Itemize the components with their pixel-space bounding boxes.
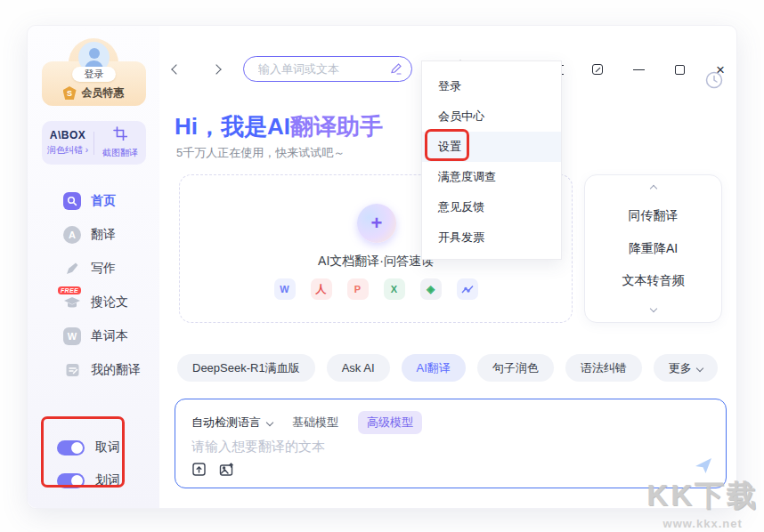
pen-icon [63,260,81,278]
attachment-actions [191,462,235,477]
greeting-highlight: 翻译助手 [290,113,383,140]
translate-icon: A [63,226,81,244]
quick-item-reduce-ai[interactable]: 降重降AI [629,241,678,257]
advanced-model-button[interactable]: 高级模型 [358,411,422,434]
chevron-down-icon[interactable] [649,305,656,312]
fullscreen-button[interactable] [587,59,608,80]
back-icon [171,64,181,74]
tab-deepseek[interactable]: DeepSeek-R1满血版 [177,354,315,382]
history-button[interactable] [704,70,724,90]
language-select[interactable]: 自动检测语言 [191,415,272,431]
aibox-polish-button[interactable]: A\BOX 润色纠错 › [42,121,93,165]
free-badge: FREE [58,286,81,294]
feature-tabs: DeepSeek-R1满血版 Ask AI AI翻译 句子润色 语法纠错 更多 [177,354,718,382]
page-subtitle: 5千万人正在使用，快来试试吧～ [176,145,345,161]
upload-image-icon[interactable] [219,462,235,477]
input-options: 自动检测语言 基础模型 高级模型 [191,411,422,434]
sidebar-item-home[interactable]: 首页 [63,189,152,213]
word-capture-toggle[interactable] [57,440,85,455]
quick-item-text-to-audio[interactable]: 文本转音频 [622,273,685,289]
aibox-polish-label: 润色纠错 › [47,144,88,157]
sidebar: 登录 S 会员特惠 A\BOX 润色纠错 › 截图翻译 [28,26,159,508]
pdf-file-icon: 人 [311,278,332,300]
aibox-logo: A\BOX [50,129,86,141]
quick-item-simultaneous[interactable]: 同传翻译 [629,208,679,224]
vip-benefits-button[interactable]: S 会员特惠 [28,85,159,101]
chevron-down-icon [696,364,703,371]
upload-file-icon[interactable] [191,462,207,477]
back-button[interactable] [167,60,186,79]
tab-more[interactable]: 更多 [654,354,718,382]
sidebar-item-label: 搜论文 [91,294,128,310]
avatar-person-icon [89,48,100,59]
screen: 登录 S 会员特惠 A\BOX 润色纠错 › 截图翻译 [0,0,764,532]
menu-item-login[interactable]: 登录 [422,71,561,101]
tab-ask-ai[interactable]: Ask AI [327,354,390,382]
minimize-button[interactable] [628,59,649,80]
vip-benefits-label: 会员特惠 [82,85,125,101]
home-icon [63,192,81,210]
word-select-toggle-row: 划词 [57,471,146,490]
login-button[interactable]: 登录 [72,67,116,82]
menu-item-member-center[interactable]: 会员中心 [422,101,561,132]
chart-file-icon [457,278,478,300]
menu-item-satisfaction-survey[interactable]: 满意度调查 [422,162,561,192]
forward-icon [211,64,221,74]
ppt-file-icon: P [347,278,369,300]
quick-search [243,56,412,82]
document-icon [63,361,81,379]
vip-shield-icon: S [63,86,77,100]
greeting-text: Hi，我是AI [175,113,290,140]
sidebar-item-translate[interactable]: A 翻译 [63,223,152,246]
word-capture-toggle-row: 取词 [57,438,146,457]
maximize-icon [675,65,685,75]
tab-ai-translate[interactable]: AI翻译 [402,354,466,382]
word-select-toggle[interactable] [57,473,85,488]
upload-document-button[interactable]: + [357,204,396,243]
screenshot-translate-button[interactable]: 截图翻译 [94,121,146,165]
quick-tools-panel: 同传翻译 降重降AI 文本转音频 [584,174,722,323]
page-title: Hi，我是AI翻译助手 [175,111,383,142]
language-select-label: 自动检测语言 [191,415,261,431]
sidebar-item-label: 写作 [91,261,116,277]
translate-input-panel: 自动检测语言 基础模型 高级模型 [175,399,727,488]
crop-icon [113,126,127,144]
app-menu-dropdown: 登录 会员中心 设置 满意度调查 意见反馈 开具发票 [421,60,562,260]
watermark-url: www.kkx.net [646,517,759,530]
screenshot-translate-label: 截图翻译 [102,147,138,159]
supported-file-types: W 人 P X ◈ [180,278,572,300]
app-window: 登录 S 会员特惠 A\BOX 润色纠错 › 截图翻译 [27,25,737,509]
maximize-button[interactable] [669,59,690,80]
send-button[interactable] [694,455,713,479]
sidebar-item-papers[interactable]: FREE 搜论文 [63,291,152,314]
basic-model-button[interactable]: 基础模型 [292,415,338,431]
search-input[interactable] [258,62,382,76]
minimize-icon [633,69,645,70]
sidebar-item-writing[interactable]: 写作 [63,257,152,280]
forward-button[interactable] [207,60,226,79]
sidebar-item-label: 首页 [91,193,116,209]
pencil-icon [389,62,402,76]
wps-file-icon: ◈ [420,278,442,300]
graduation-cap-icon: FREE [63,294,81,311]
menu-item-invoice[interactable]: 开具发票 [422,222,561,253]
tab-grammar-check[interactable]: 语法纠错 [565,354,642,382]
translate-text-input[interactable] [191,439,690,463]
word-file-icon: W [274,278,296,300]
sidebar-item-label: 我的翻译 [91,362,141,378]
tab-sentence-polish[interactable]: 句子润色 [477,354,554,382]
sidebar-item-wordbook[interactable]: W 单词本 [63,325,152,348]
word-select-label: 划词 [95,472,120,488]
word-capture-label: 取词 [95,439,120,455]
wordbook-icon: W [63,327,81,345]
sidebar-item-label: 单词本 [91,328,128,344]
sidebar-item-label: 翻译 [91,227,116,243]
excel-file-icon: X [384,278,405,300]
chevron-up-icon[interactable] [649,185,656,192]
menu-item-feedback[interactable]: 意见反馈 [422,192,561,222]
menu-item-settings[interactable]: 设置 [422,132,561,162]
chevron-down-icon [266,419,273,426]
sidebar-item-my-translations[interactable]: 我的翻译 [63,359,152,382]
fullscreen-icon [592,64,603,75]
aibox-card: A\BOX 润色纠错 › 截图翻译 [42,121,146,165]
